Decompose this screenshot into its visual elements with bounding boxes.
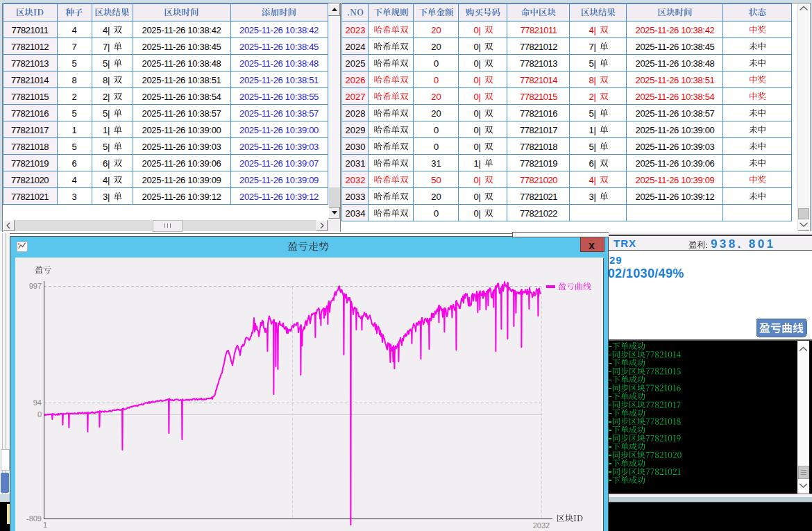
svg-text:2025-11-26 10:39:00: 2025-11-26 10:39:00: [142, 125, 221, 135]
svg-text:77821018: 77821018: [11, 142, 49, 152]
svg-text:2032: 2032: [533, 521, 550, 530]
svg-text:0|: 0|: [473, 58, 481, 69]
svg-text:2025-11-26 10:38:54: 2025-11-26 10:38:54: [142, 92, 221, 102]
svg-text:4: 4: [71, 175, 76, 185]
svg-text:8|: 8|: [589, 75, 596, 85]
svg-text:2025-11-26 10:39:00: 2025-11-26 10:39:00: [239, 125, 319, 135]
svg-text:3|: 3|: [103, 192, 110, 202]
svg-text:2028: 2028: [346, 108, 366, 119]
svg-text:5: 5: [71, 142, 76, 152]
svg-text:77821014: 77821014: [11, 75, 49, 85]
svg-text:29: 29: [609, 254, 623, 266]
svg-text:77821012: 77821012: [11, 42, 49, 52]
svg-text:77821022: 77821022: [520, 208, 557, 219]
svg-text:0|: 0|: [473, 42, 481, 52]
svg-text:77821015: 77821015: [11, 92, 49, 102]
svg-text:2025-11-26 10:39:03: 2025-11-26 10:39:03: [239, 142, 319, 152]
svg-text:2025-11-26 10:38:48: 2025-11-26 10:38:48: [142, 58, 221, 69]
svg-text:2025-11-26 10:38:57: 2025-11-26 10:38:57: [239, 108, 319, 119]
svg-text:77821011: 77821011: [12, 25, 49, 35]
svg-text:2|: 2|: [103, 92, 110, 102]
svg-text:997: 997: [29, 282, 42, 290]
svg-text:0|: 0|: [473, 75, 481, 85]
svg-text:2025-11-26 10:39:12: 2025-11-26 10:39:12: [635, 192, 714, 202]
svg-text:20: 20: [431, 92, 441, 102]
svg-text:1: 1: [43, 521, 47, 529]
svg-text:2032: 2032: [346, 175, 366, 185]
svg-text:5|: 5|: [589, 108, 596, 119]
svg-text:4: 4: [71, 25, 76, 35]
svg-text:2025-11-26 10:38:51: 2025-11-26 10:38:51: [635, 75, 714, 85]
svg-text:4|: 4|: [589, 175, 596, 185]
svg-text:0|: 0|: [473, 208, 481, 219]
svg-text:2025-11-26 10:38:45: 2025-11-26 10:38:45: [239, 42, 319, 52]
svg-text:20: 20: [431, 42, 441, 52]
svg-text:2034: 2034: [346, 208, 366, 219]
svg-text:2033: 2033: [346, 192, 366, 202]
svg-text:0|: 0|: [473, 142, 481, 152]
svg-text:5|: 5|: [589, 58, 596, 69]
svg-text:2025-11-26 10:39:12: 2025-11-26 10:39:12: [239, 192, 319, 202]
svg-text:-809: -809: [26, 514, 42, 523]
svg-text:4|: 4|: [103, 175, 110, 185]
svg-text:2025-11-26 10:38:48: 2025-11-26 10:38:48: [635, 58, 714, 69]
svg-text:1: 1: [71, 125, 76, 135]
svg-text:5|: 5|: [103, 58, 110, 69]
svg-text:2023: 2023: [346, 25, 366, 35]
svg-text:1|: 1|: [103, 125, 110, 135]
svg-text:7: 7: [71, 42, 76, 52]
svg-text:2025-11-26 10:39:03: 2025-11-26 10:39:03: [635, 142, 714, 152]
svg-text:0: 0: [434, 58, 439, 69]
svg-text:2025-11-26 10:39:00: 2025-11-26 10:39:00: [635, 125, 714, 135]
svg-text:2025-11-26 10:38:45: 2025-11-26 10:38:45: [142, 42, 221, 52]
svg-text:31: 31: [431, 158, 441, 169]
svg-text:77821016: 77821016: [11, 108, 49, 119]
svg-text:0: 0: [37, 410, 42, 419]
svg-text:77821020: 77821020: [520, 175, 557, 185]
svg-text:77821018: 77821018: [520, 142, 557, 152]
svg-text:1|: 1|: [473, 158, 481, 169]
svg-text:2|: 2|: [589, 92, 596, 102]
svg-text:2025-11-26 10:38:57: 2025-11-26 10:38:57: [635, 108, 714, 119]
svg-text:5|: 5|: [103, 142, 110, 152]
svg-text:0: 0: [434, 142, 439, 152]
svg-text:2025-11-26 10:39:07: 2025-11-26 10:39:07: [239, 158, 319, 169]
svg-text:0|: 0|: [473, 125, 481, 135]
svg-text:1|: 1|: [589, 125, 596, 135]
svg-text:77821015: 77821015: [520, 92, 557, 102]
svg-text:x: x: [589, 239, 595, 251]
svg-text:2029: 2029: [346, 125, 366, 135]
svg-text:20: 20: [431, 192, 441, 202]
svg-text:2025-11-26 10:38:48: 2025-11-26 10:38:48: [239, 58, 319, 69]
svg-text:2025-11-26 10:38:51: 2025-11-26 10:38:51: [142, 75, 221, 85]
svg-text:20: 20: [431, 25, 441, 35]
svg-text:6: 6: [71, 158, 76, 169]
svg-text:4|: 4|: [103, 25, 110, 35]
svg-text:2024: 2024: [346, 42, 366, 52]
svg-text:2025-11-26 10:39:09: 2025-11-26 10:39:09: [239, 175, 319, 185]
svg-text:77821019: 77821019: [11, 158, 49, 169]
svg-text:2031: 2031: [346, 158, 366, 169]
svg-text:2025-11-26 10:38:54: 2025-11-26 10:38:54: [635, 92, 714, 102]
svg-text:938. 801: 938. 801: [711, 237, 775, 251]
svg-text:77821012: 77821012: [520, 42, 557, 52]
svg-text:2025-11-26 10:38:57: 2025-11-26 10:38:57: [142, 108, 221, 119]
svg-text:2025-11-26 10:39:03: 2025-11-26 10:39:03: [142, 142, 221, 152]
svg-text:5: 5: [71, 108, 76, 119]
svg-text:2025-11-26 10:38:51: 2025-11-26 10:38:51: [239, 75, 319, 85]
svg-text:7|: 7|: [589, 42, 596, 52]
svg-text:2025-11-26 10:39:09: 2025-11-26 10:39:09: [142, 175, 221, 185]
svg-text:77821020: 77821020: [11, 175, 49, 185]
svg-text:0|: 0|: [473, 25, 481, 35]
svg-text:77821021: 77821021: [11, 192, 49, 202]
svg-text:20: 20: [431, 108, 441, 119]
svg-text:0: 0: [434, 75, 439, 85]
svg-text:50: 50: [431, 175, 441, 185]
svg-text:77821013: 77821013: [520, 58, 557, 69]
svg-text:7|: 7|: [103, 42, 110, 52]
svg-text:94: 94: [33, 398, 42, 407]
svg-text:77821011: 77821011: [521, 25, 557, 35]
svg-text:6|: 6|: [103, 158, 110, 169]
svg-text:77821021: 77821021: [520, 192, 557, 202]
svg-text:2025-11-26 10:39:12: 2025-11-26 10:39:12: [142, 192, 221, 202]
